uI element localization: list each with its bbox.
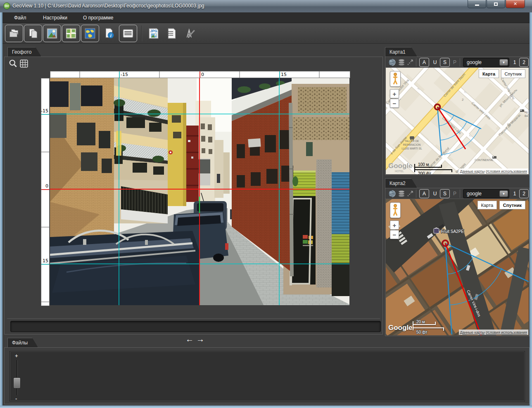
map2-viewport[interactable]: Fruit SA2PE Carrer Vint-i-dos 20 м 50 фт… (386, 199, 529, 335)
map2-button-p[interactable]: P (451, 189, 458, 198)
map2-button-s[interactable]: S (440, 189, 450, 198)
fruit-shop-text: Fruit SA2PE (441, 229, 464, 234)
thumb-zoom-plus[interactable]: + (15, 353, 18, 359)
menu-about[interactable]: О программе (79, 12, 117, 23)
menu-settings[interactable]: Настройки (39, 12, 71, 23)
map1-toggle-sat[interactable]: Спутник (501, 69, 525, 78)
ruler-left: -15 0 15 (41, 78, 50, 306)
globe-icon[interactable] (388, 190, 396, 198)
expand-icon[interactable] (407, 190, 413, 197)
map2-button-a[interactable]: A (419, 189, 429, 198)
map1-button-u[interactable]: U (431, 58, 439, 67)
map2-provider-value: google (467, 191, 482, 197)
hotel-bed-icon (520, 109, 524, 112)
poi-label: TALLER DE (405, 140, 420, 142)
google-logo: Google (388, 324, 413, 332)
window-border-right (530, 12, 532, 406)
attribution-link[interactable]: Данные карты (460, 169, 485, 173)
open-files-button[interactable] (5, 25, 23, 42)
attribution-link[interactable]: Условия использования (486, 169, 527, 173)
map2-button-u[interactable]: U (431, 189, 439, 198)
map2-provider-dropdown[interactable]: google ▼ (463, 189, 509, 198)
files-list-area[interactable] (10, 351, 525, 401)
ruler-top-ticks (50, 71, 350, 78)
image-viewer-button[interactable] (43, 25, 61, 42)
next-photo-button[interactable]: → (195, 334, 205, 344)
toolbar-separator (141, 26, 142, 41)
title-bar[interactable]: GV GeoView 1.10 | C:\Users\David Aaronso… (0, 0, 532, 12)
dropdown-chevron-icon[interactable]: ▼ (499, 59, 508, 66)
toolbar: i JPG (2, 23, 530, 44)
street-map-button[interactable] (62, 25, 80, 42)
minimize-button[interactable] (468, 0, 486, 8)
copy-files-button[interactable] (24, 25, 42, 42)
menu-file[interactable]: Файл (10, 12, 31, 23)
map1-canvas[interactable]: ↑↑ ↑↑ ↑↑ Carrer de Sant Jaum e de San Ja… (386, 68, 529, 174)
magnifier-icon[interactable] (9, 59, 18, 68)
map1-page-1[interactable]: 1 (512, 58, 518, 67)
map2-page-1[interactable]: 1 (512, 189, 518, 198)
tab-karta2[interactable]: Карта2 (385, 178, 417, 188)
attribution-link[interactable]: Условия использования (486, 330, 527, 334)
tab-karta1[interactable]: Карта1 (385, 47, 417, 57)
map1-button-s[interactable]: S (440, 58, 450, 67)
scale-feet: 200 фт (418, 171, 431, 174)
close-icon: ✕ (513, 1, 517, 7)
window-border-bottom (0, 406, 532, 408)
world-map-icon (84, 28, 96, 39)
car-repair-icon (410, 136, 414, 139)
map1-viewport[interactable]: ↑↑ ↑↑ ↑↑ Carrer de Sant Jaum e de San Ja… (386, 68, 529, 174)
divider (7, 318, 380, 319)
tab-files[interactable]: Файлы (7, 338, 38, 347)
layers-icon[interactable] (397, 190, 406, 198)
map1-zoom-in[interactable]: + (390, 89, 399, 98)
map1-provider-dropdown[interactable]: google ▼ (463, 58, 509, 67)
map1-provider-value: google (467, 59, 482, 65)
map2-canvas[interactable]: Fruit SA2PE Carrer Vint-i-dos 20 м 50 фт (386, 199, 529, 335)
poi-label: Ba (525, 114, 528, 117)
map2-toggle-map[interactable]: Карта (477, 201, 497, 209)
file-report-button[interactable] (164, 25, 180, 42)
map1-button-p[interactable]: P (451, 58, 458, 67)
close-button[interactable]: ✕ (506, 0, 525, 8)
google-logo: Google (388, 162, 413, 170)
open-folder-icon (8, 28, 20, 39)
thumb-zoom-minus[interactable]: - (15, 396, 17, 402)
pegman-control[interactable] (390, 202, 401, 218)
map1-page-2[interactable]: 2 (519, 58, 529, 67)
map1-button-a[interactable]: A (419, 58, 429, 67)
photo-info-button[interactable]: i (100, 25, 118, 42)
maximize-button[interactable] (487, 0, 505, 8)
geo-survey-button[interactable] (181, 25, 199, 42)
tab-geofoto[interactable]: Геофото (7, 47, 41, 57)
map2-page-2[interactable]: 2 (519, 189, 529, 198)
ruler-top-label: 15 (281, 72, 287, 77)
photo-canvas[interactable] (50, 78, 349, 305)
map2-zoom-out[interactable]: − (390, 230, 399, 239)
ruler-left-label: 0 (45, 183, 48, 189)
status-field (10, 321, 381, 332)
prev-photo-button[interactable]: ← (185, 334, 195, 344)
map2-toggle-sat[interactable]: Спутник (499, 201, 525, 209)
world-map-button[interactable] (81, 25, 99, 42)
map2-zoom-in[interactable]: + (390, 221, 399, 230)
map2-attribution: Данные карты - Условия использования (459, 330, 528, 335)
expand-icon[interactable] (407, 59, 413, 66)
jpg-convert-button[interactable]: JPG (145, 25, 162, 42)
hotel-bed-icon (492, 156, 496, 159)
layers-icon[interactable] (397, 58, 406, 66)
client-area: Файл Настройки О программе i (2, 12, 530, 406)
attribution-link[interactable]: Данные карты (460, 330, 485, 334)
dropdown-chevron-icon[interactable]: ▼ (499, 190, 508, 197)
jpg-icon: JPG (148, 28, 159, 39)
grid-icon[interactable] (19, 59, 28, 68)
text-panel-button[interactable] (119, 25, 137, 42)
map1-toolbar: A U S P google ▼ 1 2 (385, 57, 529, 68)
house-number: 62 (507, 123, 511, 126)
separator (460, 190, 460, 198)
globe-icon[interactable] (388, 58, 396, 66)
pegman-control[interactable] (390, 71, 401, 87)
map1-zoom-out[interactable]: − (390, 99, 399, 108)
thumb-zoom-handle[interactable] (13, 377, 21, 389)
map1-toggle-map[interactable]: Карта (479, 69, 499, 78)
